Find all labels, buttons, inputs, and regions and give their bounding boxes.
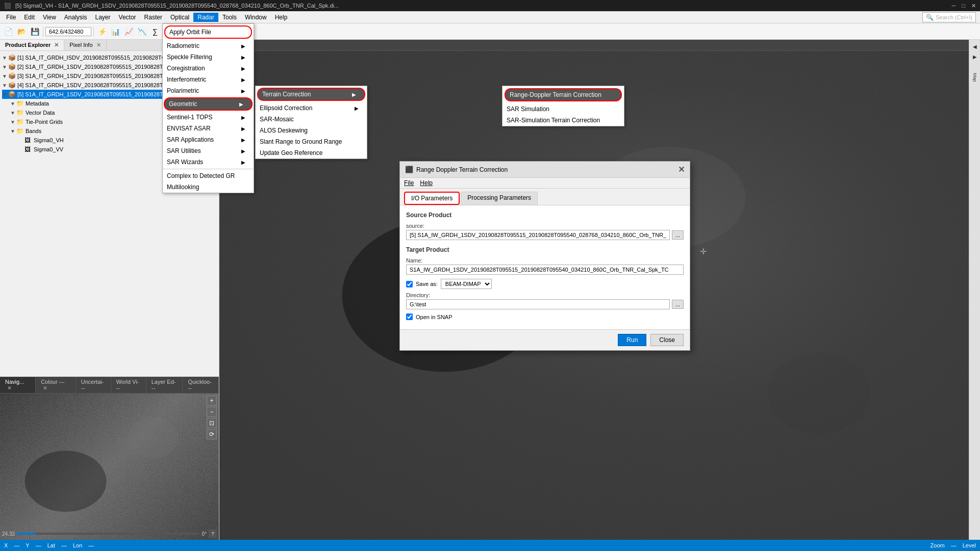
source-label: source: xyxy=(406,223,684,229)
submenu-sar-sim-terrain[interactable]: SAR-Simulation Terrain Correction xyxy=(502,115,624,126)
app-icon: ⬛ xyxy=(4,3,11,9)
menu-geometric[interactable]: Geometric ▶ xyxy=(164,97,253,111)
help-button[interactable]: ? xyxy=(209,530,217,538)
menu-file[interactable]: File xyxy=(2,13,20,22)
tool-5[interactable]: ∑ xyxy=(149,25,161,38)
menu-sar-applications[interactable]: SAR Applications ▶ xyxy=(163,134,254,145)
submenu-alos-deskewing[interactable]: ALOS Deskewing xyxy=(256,125,367,136)
status-zoom-label: Zoom xyxy=(931,542,945,548)
menu-complex-detected[interactable]: Complex to Detected GR xyxy=(163,170,254,181)
menu-view[interactable]: View xyxy=(39,13,60,22)
menu-sar-utilities[interactable]: SAR Utilities ▶ xyxy=(163,145,254,156)
save-button[interactable]: 💾 xyxy=(29,25,41,38)
arrow-icon: ▶ xyxy=(241,88,245,94)
source-browse-button[interactable]: ... xyxy=(672,230,684,240)
close-button[interactable]: ✕ xyxy=(971,3,976,9)
menu-sentinel1-tops[interactable]: Sentinel-1 TOPS ▶ xyxy=(163,112,254,123)
menu-coregistration[interactable]: Coregistration ▶ xyxy=(163,63,254,74)
close-dialog-button[interactable]: Close xyxy=(650,334,684,346)
open-in-snap-label: Open in SNAP xyxy=(416,314,453,320)
save-as-checkbox[interactable] xyxy=(406,281,413,287)
right-strip: ◀ ▶ Map xyxy=(969,40,980,540)
toolbar: 📄 📂 💾 642.6/432480 ⚡ 📊 📈 📉 ∑ 🔍 🔎 ✋ ↖ ✏ 📐 xyxy=(0,23,980,40)
dialog-tab-processing[interactable]: Processing Parameters xyxy=(461,192,538,205)
save-format-select[interactable]: BEAM-DIMAP xyxy=(441,279,492,289)
minimize-button[interactable]: ─ xyxy=(952,3,956,9)
menu-radiometric[interactable]: Radiometric ▶ xyxy=(163,40,254,51)
strip-btn-1[interactable]: ◀ xyxy=(970,42,979,51)
menu-optical[interactable]: Optical xyxy=(166,13,193,22)
window-controls[interactable]: ─ □ ✕ xyxy=(952,3,976,9)
tool-1[interactable]: ⚡ xyxy=(96,25,108,38)
source-input[interactable] xyxy=(406,230,670,240)
submenu-terrain-correction[interactable]: Terrain Correction ▶ xyxy=(257,88,365,101)
menu-edit[interactable]: Edit xyxy=(20,13,39,22)
name-input[interactable] xyxy=(406,265,684,275)
submenu-slant-range[interactable]: Slant Range to Ground Range xyxy=(256,136,367,147)
menu-sar-wizards[interactable]: SAR Wizards ▶ xyxy=(163,156,254,168)
directory-input[interactable] xyxy=(406,299,670,309)
menu-tools[interactable]: Tools xyxy=(218,13,241,22)
tab-pixel-info[interactable]: Pixel Info ✕ xyxy=(64,40,106,50)
name-field: Name: xyxy=(406,257,684,275)
menu-window[interactable]: Window xyxy=(241,13,271,22)
status-zoom-dash: — xyxy=(951,542,957,548)
menu-multilooking[interactable]: Multilooking xyxy=(163,181,254,193)
dialog-close-button[interactable]: ✕ xyxy=(678,165,685,174)
close-pixel-info[interactable]: ✕ xyxy=(96,42,101,48)
nav-fit[interactable]: ⊡ xyxy=(207,418,217,428)
status-bar: X — Y — Lat — Lon — Zoom — Level xyxy=(0,540,980,551)
directory-browse-button[interactable]: ... xyxy=(672,300,684,309)
tab-product-explorer[interactable]: Product Explorer ✕ xyxy=(0,40,64,50)
tab-world-view[interactable]: World Vi--- xyxy=(111,377,146,393)
close-product-explorer[interactable]: ✕ xyxy=(54,42,59,48)
tool-2[interactable]: 📊 xyxy=(109,25,121,38)
menu-envisat-asar[interactable]: ENVISAT ASAR ▶ xyxy=(163,123,254,134)
bottom-panel: Navig... ✕ Colour --- ✕ Uncertai--- Worl… xyxy=(0,377,219,540)
nav-controls: + − ⊡ ⟳ xyxy=(207,396,217,439)
open-in-snap-checkbox[interactable] xyxy=(406,313,413,320)
map-manager-btn[interactable]: Map xyxy=(970,62,979,93)
tab-colour[interactable]: Colour --- ✕ xyxy=(36,377,76,393)
strip-btn-2[interactable]: ▶ xyxy=(970,52,979,61)
tool-3[interactable]: 📈 xyxy=(122,25,135,38)
tab-navigate[interactable]: Navig... ✕ xyxy=(0,377,36,393)
tab-quicklook[interactable]: Quickloo--- xyxy=(183,377,219,393)
nav-zoom-in[interactable]: + xyxy=(207,396,217,406)
submenu-sar-mosaic[interactable]: SAR-Mosaic xyxy=(256,114,367,125)
menu-polarimetric[interactable]: Polarimetric ▶ xyxy=(163,85,254,96)
save-as-label: Save as: xyxy=(416,281,438,287)
submenu-sar-simulation[interactable]: SAR Simulation xyxy=(502,103,624,115)
dialog-menu-file[interactable]: File xyxy=(404,179,414,187)
dialog-tab-bar: I/O Parameters Processing Parameters xyxy=(400,189,690,205)
cursor-indicator: ✛ xyxy=(700,247,707,256)
menu-raster[interactable]: Raster xyxy=(140,13,166,22)
nav-zoom-out[interactable]: − xyxy=(207,407,217,417)
menu-interferometric[interactable]: Interferometric ▶ xyxy=(163,74,254,85)
nav-sync[interactable]: ⟳ xyxy=(207,429,217,439)
submenu-ellipsoid-correction[interactable]: Ellipsoid Correction ▶ xyxy=(256,102,367,114)
tab-uncertainty[interactable]: Uncertai--- xyxy=(76,377,111,393)
menu-layer[interactable]: Layer xyxy=(91,13,115,22)
search-bar[interactable]: 🔍 Search (Ctrl+I) xyxy=(922,12,976,22)
dialog-tab-io[interactable]: I/O Parameters xyxy=(404,192,460,205)
menu-help[interactable]: Help xyxy=(271,13,292,22)
menu-apply-orbit-file[interactable]: Apply Orbit File xyxy=(164,25,252,39)
new-button[interactable]: 📄 xyxy=(2,25,14,38)
submenu-range-doppler[interactable]: Range-Doppler Terrain Correction xyxy=(505,88,622,101)
menu-radar[interactable]: Radar xyxy=(193,13,218,22)
maximize-button[interactable]: □ xyxy=(962,3,965,9)
dialog-menu-help[interactable]: Help xyxy=(420,179,433,187)
submenu-update-geo[interactable]: Update Geo Reference xyxy=(256,147,367,159)
tab-layer-editor[interactable]: Layer Ed--- xyxy=(146,377,183,393)
menu-analysis[interactable]: Analysis xyxy=(60,13,91,22)
separator xyxy=(43,27,43,37)
menu-vector[interactable]: Vector xyxy=(115,13,140,22)
run-button[interactable]: Run xyxy=(618,334,646,346)
coordinate-display: 642.6/432480 xyxy=(45,27,91,36)
tool-4[interactable]: 📉 xyxy=(136,25,148,38)
zoom-slider[interactable] xyxy=(17,533,199,535)
menu-speckle-filtering[interactable]: Speckle Filtering ▶ xyxy=(163,51,254,63)
open-button[interactable]: 📂 xyxy=(15,25,28,38)
geometric-submenu: Terrain Correction ▶ Ellipsoid Correctio… xyxy=(255,86,367,159)
